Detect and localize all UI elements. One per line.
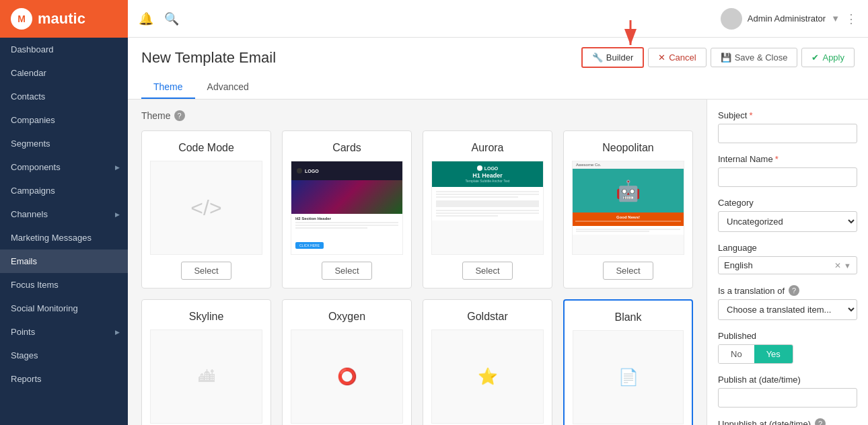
unpublish-at-label: Unpublish at (date/time) ? (718, 418, 857, 425)
language-dropdown-icon[interactable]: ▼ (844, 262, 851, 270)
sidebar-item-label: Dashboard (11, 44, 54, 54)
sidebar: M mautic Dashboard Calendar Contacts Com… (0, 0, 128, 425)
cancel-x-icon: ✕ (658, 52, 665, 63)
sidebar-item-label: Campaigns (11, 186, 55, 196)
translation-field-group: Is a translation of ? Choose a translate… (718, 285, 857, 320)
category-select[interactable]: Uncategorized (718, 211, 857, 232)
content-header: New Template Email 🔧 Builder (128, 38, 868, 100)
top-bar-icons: 🔔 🔍 (139, 11, 179, 26)
user-dropdown-icon[interactable]: ▼ (831, 13, 840, 24)
sidebar-item-dashboard[interactable]: Dashboard (0, 38, 128, 61)
user-avatar (721, 8, 742, 30)
theme-card-skyline: Skyline 🏙 Select (141, 299, 271, 425)
theme-card-title: Code Mode (178, 142, 234, 154)
builder-icon: 🔧 (592, 52, 603, 63)
sidebar-item-stages[interactable]: Stages (0, 344, 128, 367)
category-label: Category (718, 198, 857, 208)
select-neopolitan-button[interactable]: Select (603, 262, 653, 280)
sidebar-item-label: Calendar (11, 68, 46, 78)
cancel-button[interactable]: ✕ Cancel (648, 48, 706, 67)
logo-text: mautic (38, 10, 85, 28)
sidebar-item-contacts[interactable]: Contacts (0, 85, 128, 108)
sidebar-item-channels[interactable]: Channels (0, 202, 128, 226)
sidebar-item-focus-items[interactable]: Focus Items (0, 273, 128, 297)
select-aurora-button[interactable]: Select (462, 262, 512, 280)
theme-card-preview-code: </> (150, 161, 262, 255)
required-marker: * (749, 110, 752, 120)
sidebar-item-reports[interactable]: Reports (0, 367, 128, 391)
language-value: English (724, 260, 834, 270)
sidebar-item-segments[interactable]: Segments (0, 132, 128, 155)
translation-select[interactable]: Choose a translated item... (718, 299, 857, 320)
sidebar-item-marketing-messages[interactable]: Marketing Messages (0, 226, 128, 249)
sidebar-item-points[interactable]: Points (0, 320, 128, 344)
sidebar-item-campaigns[interactable]: Campaigns (0, 179, 128, 202)
sidebar-item-social-monitoring[interactable]: Social Monitoring (0, 297, 128, 320)
select-cards-button[interactable]: Select (322, 262, 371, 280)
content-title-row: New Template Email 🔧 Builder (141, 47, 855, 68)
sidebar-item-label: Focus Items (11, 280, 59, 290)
theme-card-title: Aurora (471, 142, 503, 154)
apply-button[interactable]: ✔ Apply (801, 48, 855, 67)
sidebar-item-label: Stages (11, 350, 38, 360)
tab-theme[interactable]: Theme (141, 76, 195, 99)
sidebar-item-label: Contacts (11, 91, 45, 102)
theme-card-preview-blank: 📄 (573, 330, 684, 424)
tab-advanced[interactable]: Advanced (195, 76, 261, 99)
internal-name-field-group: Internal Name * (718, 154, 857, 187)
internal-name-label: Internal Name * (718, 154, 857, 164)
user-name: Admin Administrator (748, 13, 826, 24)
translation-label: Is a translation of ? (718, 285, 857, 296)
unpublish-help-icon[interactable]: ? (815, 418, 826, 425)
search-icon[interactable]: 🔍 (164, 11, 179, 26)
theme-card-preview-skyline: 🏙 (150, 330, 262, 424)
published-no-button[interactable]: No (719, 345, 754, 363)
app-logo[interactable]: M mautic (0, 0, 128, 38)
theme-card-aurora: Aurora LOGO H1 Header Template Subtitle … (423, 130, 552, 288)
language-field[interactable]: English ✕ ▼ (718, 256, 857, 274)
published-toggle: No Yes (718, 344, 793, 364)
subject-input[interactable] (718, 124, 857, 143)
user-more-icon[interactable]: ⋮ (845, 11, 857, 26)
header-actions: 🔧 Builder ✕ Cancel (581, 47, 855, 68)
publish-at-field-group: Publish at (date/time) (718, 375, 857, 408)
category-field-group: Category Uncategorized (718, 198, 857, 232)
sidebar-item-label: Social Monitoring (11, 303, 78, 313)
theme-card-title: Cards (332, 142, 361, 154)
language-clear-icon[interactable]: ✕ (834, 261, 841, 270)
publish-at-label: Publish at (date/time) (718, 375, 857, 385)
unpublish-at-field-group: Unpublish at (date/time) ? (718, 418, 857, 425)
internal-name-input[interactable] (718, 167, 857, 187)
builder-button[interactable]: 🔧 Builder (581, 47, 644, 68)
builder-label: Builder (606, 52, 633, 63)
theme-card-title: Skyline (189, 311, 224, 323)
theme-card-preview-goldstar: ⭐ (431, 330, 544, 424)
sidebar-item-label: Companies (11, 115, 55, 125)
theme-card-title: Neopolitan (602, 142, 654, 154)
theme-card-title: Blank (614, 311, 641, 323)
sidebar-item-emails[interactable]: Emails (0, 249, 128, 273)
theme-card-preview-cards: LOGO H2 Section Header CLICK HERE (291, 161, 403, 255)
theme-grid-bottom: Skyline 🏙 Select Oxygen ⭕ Select Go (141, 299, 693, 425)
required-marker: * (775, 154, 779, 164)
sidebar-item-calendar[interactable]: Calendar (0, 61, 128, 85)
right-sidebar: Subject * Internal Name * Category Uncat… (707, 100, 868, 425)
theme-help-icon[interactable]: ? (174, 110, 185, 121)
theme-card-preview-oxygen: ⭕ (291, 330, 403, 424)
bell-icon[interactable]: 🔔 (139, 11, 153, 26)
translation-help-icon[interactable]: ? (789, 285, 799, 296)
sidebar-item-components[interactable]: Components (0, 155, 128, 179)
theme-panel: Theme ? Code Mode </> Select Cards (128, 100, 707, 425)
theme-card-title: Oxygen (328, 311, 365, 323)
language-field-group: Language English ✕ ▼ (718, 243, 857, 274)
select-code-mode-button[interactable]: Select (181, 262, 231, 280)
top-bar: 🔔 🔍 Admin Administrator ▼ ⋮ (128, 0, 868, 38)
published-label: Published (718, 331, 857, 341)
sidebar-item-companies[interactable]: Companies (0, 108, 128, 132)
theme-card-code-mode: Code Mode </> Select (141, 130, 271, 288)
top-bar-user: Admin Administrator ▼ ⋮ (721, 8, 857, 30)
publish-at-input[interactable] (718, 388, 857, 408)
save-close-button[interactable]: 💾 Save & Close (711, 48, 798, 67)
tabs: Theme Advanced (141, 76, 855, 99)
published-yes-button[interactable]: Yes (754, 345, 793, 363)
